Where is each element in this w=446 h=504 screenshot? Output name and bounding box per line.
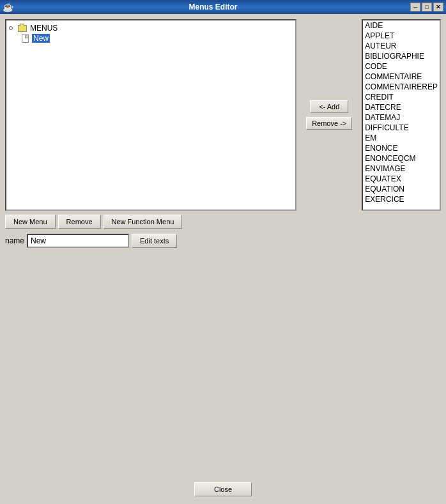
window-controls: ─ □ ✕ xyxy=(410,3,443,11)
list-item[interactable]: CREDIT xyxy=(363,92,440,102)
new-function-menu-button[interactable]: New Function Menu xyxy=(104,215,183,229)
list-item[interactable]: ENVIMAGE xyxy=(363,164,440,174)
list-item[interactable]: COMMENTAIREREP xyxy=(363,82,440,92)
doc-icon xyxy=(22,34,29,43)
app-icon: ☕ xyxy=(3,2,13,12)
bottom-bar: Close xyxy=(0,482,446,496)
minimize-button[interactable]: ─ xyxy=(410,3,420,11)
edit-texts-button[interactable]: Edit texts xyxy=(132,234,177,248)
name-label: name xyxy=(5,236,24,245)
middle-buttons: <- Add Remove -> xyxy=(300,19,358,211)
tree-panel[interactable]: MENUS New xyxy=(5,19,296,211)
list-item[interactable]: EXERCICE xyxy=(363,194,440,204)
window-title: Menus Editor xyxy=(16,3,410,11)
tree-child-item[interactable]: New xyxy=(22,33,293,43)
add-button[interactable]: <- Add xyxy=(310,100,348,113)
action-row: New Menu Remove New Function Menu xyxy=(5,215,441,229)
tree-root-item[interactable]: MENUS xyxy=(9,23,293,33)
remove-button[interactable]: Remove xyxy=(58,215,101,229)
list-item[interactable]: BIBLIOGRAPHIE xyxy=(363,51,440,61)
remove-item-button[interactable]: Remove -> xyxy=(306,117,352,130)
list-item[interactable]: DIFFICULTE xyxy=(363,123,440,133)
main-content: MENUS New <- Add Remove -> AIDEAPPLETAUT… xyxy=(0,14,446,253)
name-input[interactable] xyxy=(27,234,129,248)
list-item[interactable]: ENONCE xyxy=(363,143,440,153)
titlebar: ☕ Menus Editor ─ □ ✕ xyxy=(0,0,446,14)
tree-child-label: New xyxy=(32,34,50,43)
list-item[interactable]: AUTEUR xyxy=(363,41,440,51)
top-panels: MENUS New <- Add Remove -> AIDEAPPLETAUT… xyxy=(5,19,441,211)
maximize-button[interactable]: □ xyxy=(422,3,432,11)
list-item[interactable]: COMMENTAIRE xyxy=(363,72,440,82)
items-listbox[interactable]: AIDEAPPLETAUTEURBIBLIOGRAPHIECODECOMMENT… xyxy=(362,19,441,211)
list-item[interactable]: EM xyxy=(363,133,440,143)
list-item[interactable]: DATEMAJ xyxy=(363,112,440,123)
list-panel: AIDEAPPLETAUTEURBIBLIOGRAPHIECODECOMMENT… xyxy=(362,19,441,211)
tree-root-dot xyxy=(9,26,13,30)
new-menu-button[interactable]: New Menu xyxy=(5,215,56,229)
list-item[interactable]: CODE xyxy=(363,61,440,72)
folder-icon xyxy=(18,25,27,32)
list-item[interactable]: EQUATION xyxy=(363,184,440,194)
close-button[interactable]: ✕ xyxy=(433,3,443,11)
list-item[interactable]: APPLET xyxy=(363,31,440,41)
close-dialog-button[interactable]: Close xyxy=(194,482,252,496)
list-item[interactable]: DATECRE xyxy=(363,102,440,112)
list-item[interactable]: AIDE xyxy=(363,20,440,31)
tree-root-label: MENUS xyxy=(30,24,58,33)
list-item[interactable]: EQUATEX xyxy=(363,174,440,184)
list-item[interactable]: ENONCEQCM xyxy=(363,153,440,164)
form-row: name Edit texts xyxy=(5,234,441,248)
